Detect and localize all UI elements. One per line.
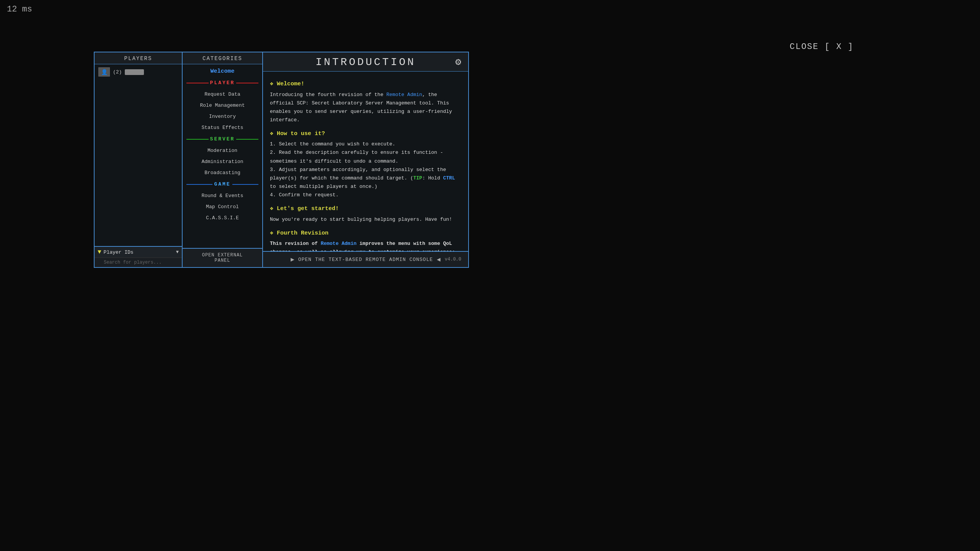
console-play-button[interactable]: ▶ (291, 256, 294, 263)
console-stop-button[interactable]: ◀ (437, 256, 441, 263)
intro-header: INTRODUCTION ⚙ (263, 52, 468, 72)
player-ids-label: Player IDs (104, 249, 174, 255)
categories-column: CATEGORIES Welcome PLAYER Request Data R… (183, 52, 263, 267)
ctrl-highlight: CTRL (443, 175, 455, 181)
game-line-left (186, 184, 212, 185)
console-bar: ▶ OPEN THE TEXT-BASED REMOTE ADMIN CONSO… (263, 251, 468, 267)
server-line-right (236, 139, 258, 140)
player-avatar-icon: 👤 (98, 67, 110, 77)
fourth-paragraph: This revision of Remote Admin improves t… (270, 240, 461, 251)
open-external-panel-button[interactable]: OPEN EXTERNALPANEL (183, 248, 262, 267)
introduction-column: INTRODUCTION ⚙ ❖ Welcome! Introducing th… (263, 52, 468, 267)
remote-admin-link-2[interactable]: Remote Admin (321, 241, 357, 246)
perf-counter: 12 ms (7, 5, 32, 14)
remote-admin-link-1[interactable]: Remote Admin (386, 92, 422, 98)
search-wrap (95, 258, 182, 267)
welcome-paragraph: Introducing the fourth revision of the R… (270, 91, 461, 124)
search-input[interactable] (95, 258, 182, 267)
category-role-management[interactable]: Role Management (183, 100, 262, 111)
how-heading: ❖ How to use it? (270, 129, 461, 139)
how-step-4: 4. Confirm the request. (270, 192, 338, 198)
how-steps-paragraph: 1. Select the command you wish to execut… (270, 140, 461, 199)
console-label: OPEN THE TEXT-BASED REMOTE ADMIN CONSOLE (298, 257, 433, 262)
player-count: (2) (113, 69, 122, 75)
started-paragraph: Now you're ready to start bullying helpi… (270, 215, 461, 224)
server-line-left (186, 139, 209, 140)
welcome-item[interactable]: Welcome (183, 64, 262, 77)
started-heading-text: ❖ Let's get started! (270, 205, 339, 212)
fourth-heading-text: ❖ Fourth Revision (270, 230, 328, 236)
players-header: PLAYERS (95, 52, 182, 64)
started-text: Now you're ready to start bullying helpi… (270, 217, 452, 222)
welcome-heading-text: Welcome! (277, 81, 304, 87)
started-heading: ❖ Let's get started! (270, 204, 461, 214)
how-step-3: 3. Adjust parameters accordingly, and op… (270, 167, 455, 189)
category-status-effects[interactable]: Status Effects (183, 122, 262, 133)
player-section-label: PLAYER (210, 80, 235, 86)
version-label: v4.0.0 (445, 257, 461, 262)
server-section-divider: SERVER (183, 135, 262, 143)
welcome-heading: ❖ Welcome! (270, 79, 461, 89)
category-map-control[interactable]: Map Control (183, 201, 262, 212)
filter-icon: ▼ (98, 249, 101, 256)
how-step-2: 2. Read the description carefully to ens… (270, 150, 443, 164)
game-section-divider: GAME (183, 180, 262, 189)
tip-label-inline: TIP (413, 175, 422, 181)
fourth-intro-text: This revision of (270, 241, 321, 246)
category-moderation[interactable]: Moderation (183, 145, 262, 156)
category-broadcasting[interactable]: Broadcasting (183, 167, 262, 178)
category-round-events[interactable]: Round & Events (183, 190, 262, 201)
close-button[interactable]: CLOSE [ X ] (790, 42, 854, 52)
player-line-left (186, 83, 209, 83)
intro-title: INTRODUCTION (315, 56, 416, 68)
player-line-right (236, 83, 258, 83)
player-name: ████ (125, 69, 144, 75)
dropdown-arrow-icon: ▼ (176, 249, 179, 255)
how-heading-text: ❖ How to use it? (270, 130, 325, 137)
intro-content: ❖ Welcome! Introducing the fourth revisi… (263, 72, 468, 251)
gear-icon[interactable]: ⚙ (455, 56, 461, 68)
cat-spacer (183, 223, 262, 248)
categories-header: CATEGORIES (183, 52, 262, 64)
welcome-heading-icon: ❖ (270, 81, 277, 87)
category-administration[interactable]: Administration (183, 156, 262, 167)
game-section-label: GAME (214, 181, 230, 187)
category-request-data[interactable]: Request Data (183, 89, 262, 100)
player-entry[interactable]: 👤 (2) ████ (95, 64, 182, 80)
welcome-intro-text: Introducing the fourth revision of the (270, 92, 386, 98)
players-spacer (95, 80, 182, 246)
game-line-right (232, 184, 258, 185)
players-column: PLAYERS 👤 (2) ████ ▼ Player IDs ▼ (95, 52, 183, 267)
how-step-1: 1. Select the command you wish to execut… (270, 141, 395, 147)
fourth-heading: ❖ Fourth Revision (270, 228, 461, 238)
server-section-label: SERVER (210, 136, 235, 142)
category-inventory[interactable]: Inventory (183, 111, 262, 122)
player-ids-bar[interactable]: ▼ Player IDs ▼ (95, 246, 182, 258)
category-cassie[interactable]: C.A.S.S.I.E (183, 212, 262, 223)
player-section-divider: PLAYER (183, 78, 262, 87)
main-panel: PLAYERS 👤 (2) ████ ▼ Player IDs ▼ CATEGO… (94, 52, 469, 268)
